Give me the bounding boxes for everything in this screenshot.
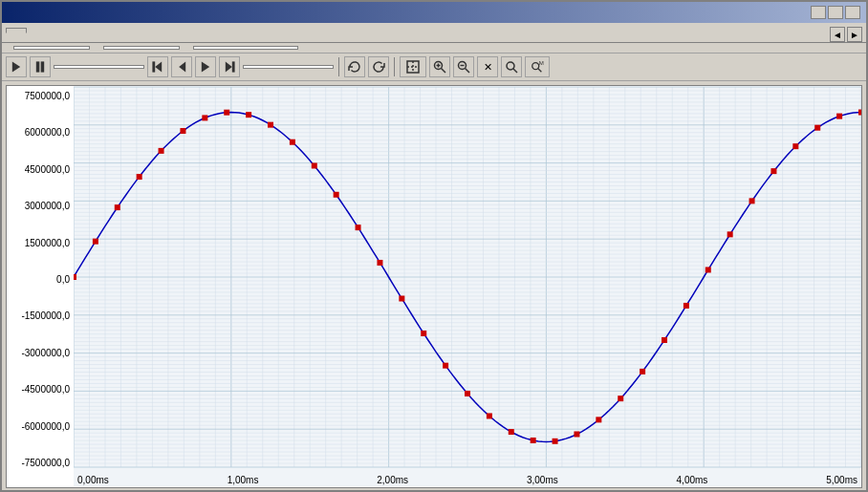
svg-rect-197 (509, 429, 514, 435)
y-label-4: 1500000,0 (9, 238, 70, 248)
svg-rect-180 (137, 174, 142, 180)
svg-rect-193 (421, 331, 426, 336)
svg-rect-8 (232, 61, 235, 72)
svg-rect-210 (792, 143, 798, 149)
svg-rect-179 (115, 204, 120, 210)
svg-rect-187 (290, 139, 295, 145)
x-zoom-button[interactable]: ✕ (477, 56, 498, 77)
pos-value (193, 46, 298, 50)
svg-rect-198 (531, 438, 536, 443)
svg-rect-212 (836, 114, 842, 119)
svg-rect-206 (705, 267, 711, 272)
y-label-3: 3000000,0 (9, 201, 70, 211)
y-label-0: 7500000,0 (9, 91, 70, 101)
step-back-button[interactable] (171, 56, 192, 77)
minimize-button[interactable] (811, 6, 826, 19)
svg-rect-182 (180, 128, 185, 134)
svg-text:M: M (539, 60, 544, 66)
svg-rect-205 (684, 303, 689, 309)
chart-inner: 0,00ms 1,00ms 2,00ms 3,00ms 4,00ms 5,00m… (74, 86, 861, 487)
svg-line-17 (466, 69, 470, 74)
svg-point-19 (507, 62, 514, 70)
restore-button[interactable] (828, 6, 843, 19)
chart-area: 7500000,0 6000000,0 4500000,0 3000000,0 … (6, 85, 862, 488)
zoom-all-button[interactable]: M (525, 56, 550, 77)
svg-rect-189 (334, 192, 339, 198)
svg-rect-188 (312, 162, 317, 168)
svg-rect-208 (749, 198, 755, 203)
svg-rect-211 (814, 125, 820, 131)
play-button[interactable] (6, 56, 27, 77)
svg-rect-209 (770, 168, 776, 174)
start-value (13, 46, 90, 50)
y-label-10: -7500000,0 (9, 458, 70, 468)
zoom-select-button[interactable] (501, 56, 522, 77)
svg-line-20 (513, 69, 517, 73)
svg-rect-177 (74, 274, 76, 280)
svg-rect-201 (596, 417, 601, 422)
svg-rect-207 (727, 231, 733, 237)
svg-rect-203 (640, 369, 645, 374)
skip-end-button[interactable] (219, 56, 240, 77)
y-label-5: 0,0 (9, 274, 70, 285)
refresh-button[interactable] (344, 56, 365, 77)
zoom-out-button[interactable] (453, 56, 474, 77)
x-label-0: 0,00ms (77, 475, 109, 485)
svg-rect-195 (465, 391, 470, 396)
svg-rect-190 (356, 225, 361, 230)
skip-start-button[interactable] (147, 56, 168, 77)
svg-rect-185 (246, 112, 251, 118)
svg-rect-204 (662, 337, 667, 343)
y-label-9: -6000000,0 (9, 421, 70, 432)
end-value (103, 46, 180, 50)
svg-rect-181 (159, 148, 164, 154)
close-button[interactable] (845, 6, 860, 19)
svg-rect-192 (399, 296, 404, 302)
toolbar-bottom: ✕ M (2, 53, 866, 81)
tab-bar (2, 23, 31, 32)
svg-rect-186 (268, 122, 273, 128)
svg-rect-191 (377, 260, 382, 266)
y-label-6: -1500000,0 (9, 310, 70, 321)
x-label-3: 3,00ms (527, 475, 558, 485)
svg-rect-2 (41, 61, 45, 72)
svg-line-22 (538, 69, 542, 73)
svg-marker-3 (155, 61, 162, 72)
svg-line-13 (442, 69, 446, 74)
time-input-1[interactable] (54, 65, 144, 69)
play-button2[interactable] (195, 56, 216, 77)
y-label-1: 6000000,0 (9, 127, 70, 138)
x-label-2: 2,00ms (377, 475, 408, 485)
y-label-7: -3000000,0 (9, 348, 70, 358)
toolbar-top (2, 43, 866, 53)
y-axis: 7500000,0 6000000,0 4500000,0 3000000,0 … (7, 86, 74, 487)
x-label-4: 4,00ms (677, 475, 708, 485)
svg-marker-5 (179, 61, 185, 72)
svg-point-21 (532, 63, 539, 70)
tab-nav: ◄ ► (830, 23, 866, 42)
svg-marker-6 (202, 61, 209, 72)
pause-button[interactable] (30, 56, 51, 77)
y-label-2: 4500000,0 (9, 164, 70, 175)
zoom-fit-button[interactable] (400, 56, 426, 77)
svg-rect-213 (858, 110, 861, 116)
svg-rect-1 (36, 61, 40, 72)
separator-1 (338, 57, 339, 76)
svg-rect-202 (618, 396, 623, 401)
nav-right-button[interactable]: ► (847, 27, 862, 42)
y-label-8: -4500000,0 (9, 384, 70, 395)
x-label-5: 5,00ms (826, 475, 857, 485)
x-label-1: 1,00ms (228, 475, 259, 485)
svg-rect-200 (574, 431, 579, 437)
window-controls (811, 6, 860, 19)
svg-rect-196 (487, 413, 492, 418)
svg-rect-184 (224, 110, 229, 116)
nav-left-button[interactable]: ◄ (830, 27, 845, 42)
zoom-in-button[interactable] (429, 56, 450, 77)
title-bar (2, 2, 866, 23)
svg-rect-183 (202, 115, 207, 120)
chart-tab[interactable] (6, 28, 27, 33)
refresh2-button[interactable] (368, 56, 389, 77)
svg-rect-194 (443, 363, 448, 369)
time-input-2[interactable] (243, 65, 334, 69)
